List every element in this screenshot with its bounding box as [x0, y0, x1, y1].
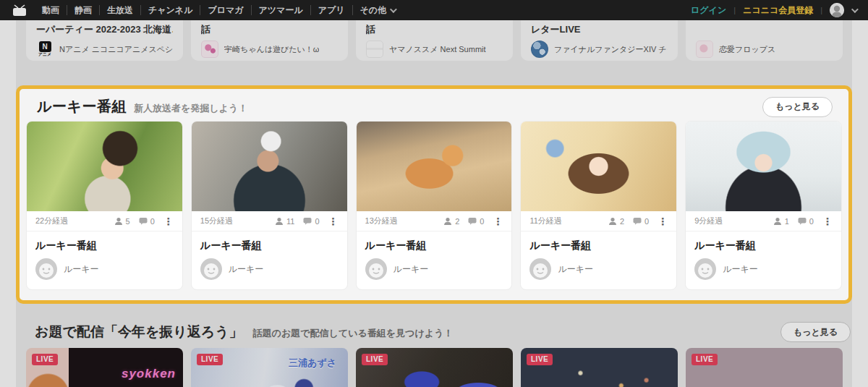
- top-navbar: 動画 静画 生放送 チャンネル ブロマガ アツマール アプリ その他 ログイン …: [0, 0, 868, 20]
- live-badge: LIVE: [692, 354, 718, 365]
- channel-row[interactable]: 恋愛フロップス: [696, 41, 833, 58]
- nav-item-video[interactable]: 動画: [35, 5, 67, 15]
- topic-live-thumbnail[interactable]: LIVE: [686, 348, 843, 387]
- account-chevron-down-icon[interactable]: [851, 6, 859, 13]
- kebab-menu-icon[interactable]: ⋮: [493, 216, 503, 226]
- nav-item-seiga[interactable]: 静画: [67, 5, 99, 15]
- user-name: ルーキー: [723, 263, 758, 276]
- topic-live-thumbnail[interactable]: LIVE syokken: [26, 348, 183, 387]
- user-avatar: [35, 258, 57, 280]
- broadcaster-row[interactable]: ルーキー: [521, 258, 676, 289]
- n-logo-letter: N: [39, 41, 51, 52]
- program-title[interactable]: ルーキー番組: [357, 231, 512, 252]
- kebab-menu-icon[interactable]: ⋮: [328, 216, 339, 226]
- program-title[interactable]: ルーキー番組: [521, 231, 676, 252]
- nav-item-channel[interactable]: チャンネル: [140, 5, 200, 15]
- broadcaster-row[interactable]: ルーキー: [27, 258, 182, 289]
- viewer-count: 11: [286, 217, 294, 226]
- niconico-tv-logo-icon[interactable]: [12, 4, 27, 17]
- live-thumbnail[interactable]: [357, 122, 512, 211]
- kebab-menu-icon[interactable]: ⋮: [163, 216, 174, 226]
- see-more-button[interactable]: もっと見る: [780, 322, 851, 342]
- program-title[interactable]: ルーキー番組: [27, 231, 182, 252]
- program-title: 話: [366, 24, 503, 35]
- live-thumbnail[interactable]: [192, 122, 347, 211]
- account-avatar[interactable]: [830, 3, 844, 17]
- channel-row[interactable]: ヤマノススメ Next Summit: [366, 41, 503, 58]
- thumbnail-text: 三浦あずさ: [289, 357, 336, 370]
- comments-icon: [139, 217, 148, 225]
- elapsed-time: 13分経過: [365, 216, 398, 226]
- user-name: ルーキー: [558, 263, 593, 276]
- section-subtitle: 話題のお題で配信している番組を見つけよう！: [253, 327, 454, 340]
- navbar-account-area: ログイン | ニコニコ会員登録 |: [691, 3, 856, 17]
- program-card[interactable]: 恋愛フロップス: [686, 20, 843, 61]
- main-menu: 動画 静画 生放送 チャンネル ブロマガ アツマール アプリ その他: [35, 0, 402, 20]
- register-link[interactable]: ニコニコ会員登録: [743, 4, 813, 17]
- elapsed-time: 11分経過: [529, 216, 561, 226]
- topic-live-thumbnail[interactable]: LIVE: [356, 348, 513, 387]
- channel-row[interactable]: ファイナルファンタジーXIV チャンネル: [531, 41, 668, 58]
- live-thumbnail[interactable]: [27, 122, 182, 211]
- live-badge: LIVE: [32, 354, 58, 365]
- section-subtitle: 新人放送者を発掘しよう！: [134, 102, 247, 115]
- nav-item-app[interactable]: アプリ: [310, 5, 352, 15]
- program-card[interactable]: ーパーティー 2022-2023 北海道… N アニメ Nアニメ ニコニコアニメ…: [26, 20, 183, 61]
- viewer-count: 1: [785, 217, 789, 226]
- see-more-button[interactable]: もっと見る: [762, 97, 833, 117]
- broadcaster-row[interactable]: ルーキー: [192, 258, 347, 289]
- nav-item-blomaga[interactable]: ブロマガ: [200, 5, 250, 15]
- comment-count: 0: [809, 217, 814, 226]
- broadcaster-row[interactable]: ルーキー: [357, 258, 512, 289]
- channel-icon: [696, 41, 713, 58]
- channel-row[interactable]: 宇崎ちゃんは遊びたい！ω: [201, 41, 338, 58]
- rookie-card[interactable]: 15分経過 11 0 ⋮ ルーキー番組 ルーキー: [191, 121, 348, 290]
- comments-icon: [303, 217, 312, 225]
- live-thumbnail[interactable]: [686, 122, 841, 211]
- topics-cards-row: LIVE syokken LIVE 三浦あずさ LIVE LIVE LIVE: [26, 348, 843, 387]
- program-card[interactable]: 話 ヤマノススメ Next Summit: [356, 20, 513, 61]
- live-thumbnail[interactable]: [521, 122, 676, 211]
- rookie-card[interactable]: 9分経過 1 0 ⋮ ルーキー番組 ルーキー: [685, 121, 842, 290]
- topic-live-thumbnail[interactable]: LIVE: [521, 348, 678, 387]
- program-card[interactable]: 話 宇崎ちゃんは遊びたい！ω: [191, 20, 348, 61]
- nav-more-label: その他: [360, 4, 387, 17]
- channel-row[interactable]: N アニメ Nアニメ ニコニコアニメスペシャル: [36, 41, 173, 58]
- login-link[interactable]: ログイン: [691, 4, 726, 17]
- topic-live-thumbnail[interactable]: LIVE 三浦あずさ: [191, 348, 348, 387]
- nav-item-more[interactable]: その他: [352, 5, 403, 15]
- broadcaster-row[interactable]: ルーキー: [686, 258, 841, 289]
- channel-icon: [531, 41, 548, 58]
- live-badge: LIVE: [527, 354, 553, 365]
- kebab-menu-icon[interactable]: ⋮: [822, 216, 833, 226]
- user-name: ルーキー: [393, 263, 429, 276]
- section-title: ルーキー番組: [37, 97, 127, 116]
- topics-section-header: お題で配信「今年を振り返ろう」 話題のお題で配信している番組を見つけよう！ もっ…: [35, 322, 852, 342]
- rookie-card[interactable]: 13分経過 2 0 ⋮ ルーキー番組 ルーキー: [356, 121, 513, 290]
- viewers-icon: [275, 217, 284, 226]
- rookie-card[interactable]: 22分経過 5 0 ⋮ ルーキー番組 ルーキー: [26, 121, 183, 290]
- channel-name: ファイナルファンタジーXIV チャンネル: [554, 44, 668, 55]
- program-title[interactable]: ルーキー番組: [192, 231, 347, 252]
- user-avatar: [529, 258, 551, 280]
- viewer-count: 5: [126, 217, 130, 226]
- program-card[interactable]: レターLIVE ファイナルファンタジーXIV チャンネル: [521, 20, 678, 61]
- comments-icon: [798, 217, 807, 225]
- divider: |: [820, 6, 822, 14]
- nav-item-live[interactable]: 生放送: [99, 5, 140, 15]
- card-meta-row: 15分経過 11 0 ⋮: [192, 211, 347, 231]
- program-title[interactable]: ルーキー番組: [686, 231, 841, 252]
- program-title: ーパーティー 2022-2023 北海道…: [36, 24, 173, 35]
- nav-item-atsumaru[interactable]: アツマール: [251, 5, 310, 15]
- user-avatar: [694, 258, 716, 280]
- channel-name: 恋愛フロップス: [719, 44, 775, 55]
- elapsed-time: 9分経過: [694, 216, 723, 226]
- rookie-card[interactable]: 11分経過 2 0 ⋮ ルーキー番組 ルーキー: [520, 121, 677, 290]
- kebab-menu-icon[interactable]: ⋮: [658, 216, 668, 226]
- elapsed-time: 15分経過: [200, 216, 233, 226]
- previous-section-row: ーパーティー 2022-2023 北海道… N アニメ Nアニメ ニコニコアニメ…: [26, 20, 843, 61]
- channel-name: Nアニメ ニコニコアニメスペシャル: [59, 44, 173, 55]
- divider: |: [733, 6, 736, 14]
- live-badge: LIVE: [362, 354, 388, 365]
- user-avatar: [200, 258, 222, 280]
